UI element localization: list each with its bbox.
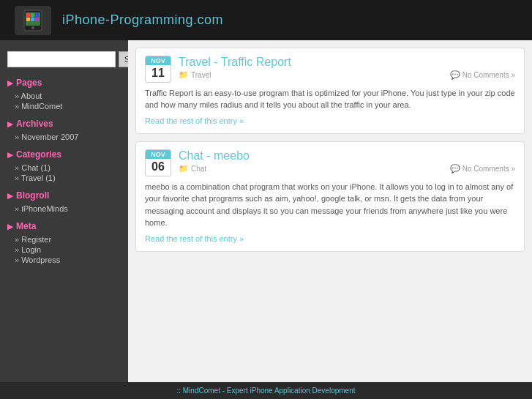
sidebar-section-categories-title: ▶ Categories — [7, 149, 121, 160]
sidebar-section-meta-title: ▶ Meta — [7, 221, 121, 231]
search-input[interactable] — [7, 51, 116, 67]
comment-icon-2: 💬 — [450, 164, 460, 174]
svg-rect-6 — [26, 18, 30, 21]
sidebar-item-iphoneminds[interactable]: iPhoneMinds — [7, 204, 121, 214]
content-area: Nov 11 Travel - Traffic Report 📁 Travel … — [128, 40, 532, 399]
folder-icon-2: 📁 — [179, 164, 189, 174]
search-area: Search — [7, 51, 121, 67]
post-meta-1: 📁 Travel 💬 No Comments » — [179, 70, 515, 80]
sidebar-section-pages-title: ▶ Pages — [7, 78, 121, 88]
post-meta-2: 📁 Chat 💬 No Comments » — [179, 164, 515, 174]
sidebar-section-blogroll-title: ▶ Blogroll — [7, 190, 121, 201]
sidebar-section-archives: ▶ Archives November 2007 — [7, 119, 121, 142]
post-body-2: meebo is a combination chat program that… — [145, 181, 515, 229]
sidebar-section-pages: ▶ Pages About MindComet — [7, 78, 121, 111]
sidebar-item-login[interactable]: Login — [7, 245, 121, 255]
post-chat-meebo: Nov 06 Chat - meebo 📁 Chat 💬 No Comments… — [135, 141, 525, 252]
post-travel-traffic: Nov 11 Travel - Traffic Report 📁 Travel … — [135, 48, 525, 134]
post-header-1: Nov 11 Travel - Traffic Report 📁 Travel … — [145, 56, 515, 83]
post-category-2: 📁 Chat — [179, 164, 206, 174]
sidebar-item-register[interactable]: Register — [7, 234, 121, 245]
sidebar-section-categories: ▶ Categories Chat (1) Travel (1) — [7, 149, 121, 183]
svg-rect-4 — [31, 13, 34, 17]
sidebar-item-nov2007[interactable]: November 2007 — [7, 132, 121, 142]
sidebar-item-wordpress[interactable]: Wordpress — [7, 255, 121, 265]
post-category-1: 📁 Travel — [179, 70, 211, 80]
site-title: iPhone-Programming.com — [62, 12, 223, 28]
post-title-area-1: Travel - Traffic Report 📁 Travel 💬 No Co… — [179, 56, 515, 80]
post-title-2[interactable]: Chat - meebo — [179, 149, 250, 162]
date-month-1: Nov — [146, 56, 171, 65]
arrow-icon-archives: ▶ — [7, 120, 13, 128]
svg-rect-5 — [35, 13, 39, 17]
post-comments-1[interactable]: 💬 No Comments » — [450, 70, 515, 80]
sidebar-section-archives-title: ▶ Archives — [7, 119, 121, 129]
main-layout: Search ▶ Pages About MindComet ▶ Archive… — [0, 40, 532, 399]
post-header-2: Nov 06 Chat - meebo 📁 Chat 💬 No Comments… — [145, 149, 515, 176]
site-logo — [15, 6, 51, 35]
site-footer: :: MindComet - Expert iPhone Application… — [0, 382, 532, 399]
svg-rect-3 — [26, 13, 30, 17]
svg-point-2 — [31, 26, 34, 29]
comment-icon-1: 💬 — [450, 70, 460, 80]
date-badge-1: Nov 11 — [145, 56, 171, 83]
sidebar-item-travel[interactable]: Travel (1) — [7, 173, 121, 183]
post-title-area-2: Chat - meebo 📁 Chat 💬 No Comments » — [179, 149, 515, 174]
date-badge-2: Nov 06 — [145, 149, 171, 176]
sidebar-item-about[interactable]: About — [7, 91, 121, 101]
post-body-1: Traffic Report is an easy-to-use program… — [145, 87, 515, 111]
read-more-2[interactable]: Read the rest of this entry » — [145, 234, 244, 243]
read-more-1[interactable]: Read the rest of this entry » — [145, 116, 244, 125]
folder-icon-1: 📁 — [179, 70, 189, 80]
arrow-icon-meta: ▶ — [7, 223, 13, 231]
post-comments-2[interactable]: 💬 No Comments » — [450, 164, 515, 174]
sidebar-section-meta: ▶ Meta Register Login Wordpress — [7, 221, 121, 265]
site-header: iPhone-Programming.com — [0, 0, 532, 40]
svg-rect-7 — [31, 18, 34, 21]
arrow-icon: ▶ — [7, 79, 13, 87]
date-month-2: Nov — [146, 150, 171, 159]
sidebar-item-chat[interactable]: Chat (1) — [7, 163, 121, 173]
date-day-2: 06 — [146, 159, 171, 176]
arrow-icon-blogroll: ▶ — [7, 192, 13, 200]
post-title-1[interactable]: Travel - Traffic Report — [179, 56, 291, 68]
sidebar: Search ▶ Pages About MindComet ▶ Archive… — [0, 40, 128, 399]
date-day-1: 11 — [146, 65, 171, 82]
arrow-icon-categories: ▶ — [7, 151, 13, 159]
sidebar-section-blogroll: ▶ Blogroll iPhoneMinds — [7, 190, 121, 214]
sidebar-item-mindcomet[interactable]: MindComet — [7, 101, 121, 111]
svg-rect-8 — [35, 18, 39, 21]
footer-link[interactable]: :: MindComet - Expert iPhone Application… — [176, 387, 355, 395]
